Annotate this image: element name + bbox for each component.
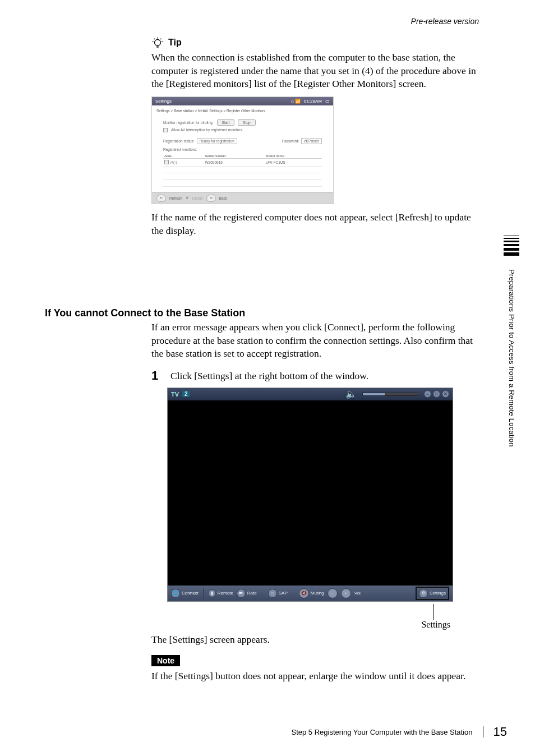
tv-title: TV [171, 391, 179, 398]
settings-callout: Settings [421, 620, 450, 630]
minus-icon: − [328, 588, 338, 598]
tv-channel: 2 [182, 391, 190, 397]
footer-divider [483, 726, 483, 737]
cannot-connect-heading: If You cannot Connect to the Base Statio… [45, 307, 245, 319]
note-body: If the [Settings] button does not appear… [151, 670, 477, 683]
settings-title: Settings [155, 99, 172, 104]
reg-status-label: Registration status: [163, 139, 195, 143]
speaker-icon: 🔈 [345, 389, 357, 399]
stop-button[interactable]: Stop [238, 119, 255, 126]
footer-step-title: Step 5 Registering Your Computer with th… [291, 728, 472, 736]
tv-window-screenshot: TV 2 🔈 – □ ✕ 🌐 Connect [167, 388, 453, 602]
reg-status-field: Ready for registration [197, 138, 237, 144]
registered-monitors-label: Registered monitors: [163, 147, 197, 151]
vol-down-button[interactable]: − [328, 588, 338, 598]
delete-button: Delete [192, 196, 203, 200]
connect-button[interactable]: 🌐 Connect [171, 589, 199, 598]
monitors-table: Alias Serial number Model name PC1 W2600… [163, 154, 322, 187]
password-field: cf97dbe5 [301, 138, 322, 144]
settings-button-highlight: ⚙ Settings [416, 587, 449, 600]
muting-label: Muting [311, 591, 324, 596]
back-button[interactable]: Back [219, 196, 227, 200]
rate-icon: ⇄ [237, 589, 246, 598]
note-badge: Note [151, 655, 180, 666]
vol-up-button[interactable]: + [341, 588, 351, 598]
table-row [163, 173, 322, 179]
sub-intro-text: If an error message appears when you cli… [151, 321, 477, 361]
rate-button[interactable]: ⇄ Rate [237, 589, 257, 598]
sap-icon: ○ [268, 589, 277, 598]
back-icon[interactable]: ⟲ [206, 195, 216, 202]
tip-heading: Tip [168, 38, 182, 48]
rate-label: Rate [247, 591, 257, 596]
battery-icon: ▭ [325, 99, 330, 104]
breadcrumb: Settings > Base station > NetAV Settings… [152, 105, 333, 115]
row-select[interactable] [164, 160, 169, 164]
tv-screen-area [168, 400, 453, 586]
settings-button[interactable]: Settings [430, 591, 446, 596]
section-tab: Preparations Prior to Access from a Remo… [508, 269, 516, 447]
sap-label: SAP [279, 591, 288, 596]
tip-body: When the connection is established from … [151, 51, 477, 91]
delete-icon: ✕ [186, 196, 189, 200]
remote-button[interactable]: ▮ Remote [208, 589, 233, 597]
step-1-number: 1 [151, 370, 160, 383]
settings-screenshot: Settings ⌂ 📶 01:28AM ▭ Settings > Base s… [151, 96, 334, 204]
refresh-icon[interactable]: ↻ [156, 195, 166, 202]
vol-label: Vol [354, 591, 361, 596]
remote-label: Remote [218, 591, 233, 596]
svg-point-0 [155, 40, 161, 46]
allow-av-checkbox[interactable] [163, 128, 168, 132]
muting-button[interactable]: 🔇 Muting [299, 588, 324, 598]
settings-clock: 01:28AM [304, 99, 322, 104]
step-1-text: Click [Settings] at the right bottom of … [170, 370, 477, 383]
remote-icon: ▮ [208, 589, 216, 597]
col-model: Model name [265, 154, 322, 159]
tip-icon [151, 36, 164, 49]
table-row [163, 179, 322, 186]
connect-label: Connect [182, 591, 199, 596]
muting-icon: 🔇 [299, 588, 309, 598]
volume-meter [362, 393, 418, 396]
page-number: 15 [494, 725, 507, 739]
prerelease-label: Pre-release version [411, 17, 479, 26]
table-row[interactable]: PC1 W2600616 LFA-FC1US [163, 158, 322, 166]
connect-icon: 🌐 [171, 589, 180, 598]
settings-icon[interactable]: ⚙ [419, 589, 428, 598]
plus-icon: + [341, 588, 351, 598]
refresh-button[interactable]: Refresh [169, 196, 182, 200]
cell-model: LFA-FC1US [265, 158, 322, 166]
side-thumb-index [504, 236, 519, 257]
refresh-hint: If the name of the registered computer d… [151, 211, 477, 237]
password-label: Password: [282, 139, 299, 143]
col-serial: Serial number [204, 154, 264, 159]
monitor-reg-label: Monitor registration for binding: [163, 121, 214, 125]
wifi-icon: ⌂ 📶 [291, 99, 301, 104]
minimize-button[interactable]: – [424, 390, 431, 398]
maximize-button[interactable]: □ [433, 390, 440, 398]
start-button[interactable]: Start [217, 119, 235, 126]
allow-av-label: Allow AV interception by registered moni… [171, 128, 243, 132]
close-button[interactable]: ✕ [442, 390, 449, 398]
cell-serial: W2600616 [204, 158, 264, 166]
settings-screen-text: The [Settings] screen appears. [151, 633, 477, 647]
col-alias: Alias [163, 154, 204, 159]
table-row [163, 166, 322, 173]
divider [203, 588, 204, 598]
cell-alias: PC1 [170, 161, 178, 165]
sap-button[interactable]: ○ SAP [268, 589, 288, 598]
